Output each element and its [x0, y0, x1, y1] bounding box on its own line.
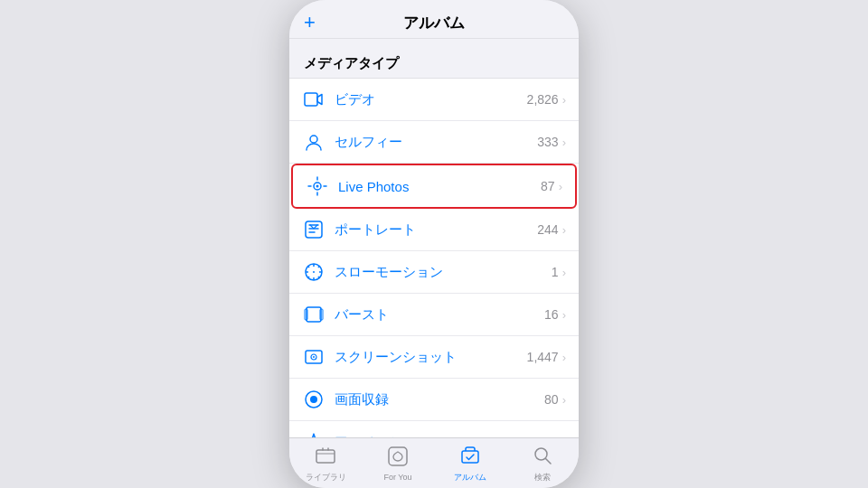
portrait-label: ポートレート — [335, 221, 537, 239]
svg-rect-32 — [389, 447, 407, 465]
slow-motion-chevron: › — [562, 266, 566, 279]
list-item-selfie[interactable]: セルフィー 333 › — [289, 121, 579, 164]
tab-search[interactable]: 検索 — [506, 446, 579, 483]
svg-rect-31 — [316, 450, 335, 463]
svg-rect-0 — [305, 93, 317, 106]
svg-rect-19 — [307, 307, 321, 322]
screen-record-count: 80 — [544, 392, 559, 407]
svg-point-1 — [310, 136, 317, 143]
screen-record-icon — [302, 388, 326, 411]
selfie-label: セルフィー — [335, 134, 537, 151]
live-photos-chevron: › — [559, 180, 562, 193]
add-button[interactable]: + — [304, 11, 331, 34]
video-icon — [302, 88, 326, 111]
for-you-tab-icon — [388, 446, 408, 471]
live-photo-icon — [306, 174, 329, 198]
portrait-chevron: › — [562, 223, 566, 237]
screenshot-chevron: › — [562, 351, 566, 364]
burst-chevron: › — [562, 308, 566, 322]
screenshot-icon — [302, 345, 326, 369]
live-photos-count: 87 — [541, 179, 555, 193]
animation-label: アニメーション — [335, 434, 552, 438]
section-media-type-header: メディアタイプ — [289, 39, 579, 78]
svg-point-3 — [316, 185, 319, 188]
screenshot-count: 1,447 — [527, 350, 559, 364]
library-tab-label: ライブラリ — [306, 472, 346, 483]
tab-albums[interactable]: アルバム — [434, 446, 506, 483]
library-tab-icon — [316, 446, 335, 470]
video-count: 2,826 — [527, 92, 559, 107]
list-item-slow-motion[interactable]: スローモーション 1 › — [289, 251, 579, 294]
content-area: メディアタイプ ビデオ 2,826 › — [289, 39, 579, 437]
svg-point-10 — [313, 271, 315, 273]
svg-line-35 — [546, 458, 552, 464]
tab-library[interactable]: ライブラリ — [289, 446, 362, 483]
selfie-chevron: › — [562, 136, 566, 149]
search-tab-label: 検索 — [534, 472, 551, 483]
slow-motion-icon — [302, 260, 326, 284]
for-you-tab-label: For You — [383, 473, 411, 482]
slow-motion-count: 1 — [552, 265, 559, 279]
header-title: アルバム — [331, 13, 537, 33]
list-item-live-photos[interactable]: Live Photos 87 › — [291, 164, 577, 209]
burst-label: バースト — [335, 306, 544, 324]
portrait-count: 244 — [537, 222, 558, 237]
animation-count: 1 — [552, 435, 559, 437]
svg-rect-8 — [306, 221, 322, 238]
tab-for-you[interactable]: For You — [362, 446, 434, 482]
phone-frame: + アルバム メディアタイプ ビデオ 2,826 › — [289, 0, 579, 488]
selfie-icon — [302, 130, 326, 154]
video-label: ビデオ — [335, 91, 527, 108]
list-item-portrait[interactable]: ポートレート 244 › — [289, 209, 579, 251]
list-item-video[interactable]: ビデオ 2,826 › — [289, 79, 579, 121]
slow-motion-label: スローモーション — [335, 264, 552, 281]
animation-chevron: › — [562, 436, 566, 438]
svg-point-24 — [313, 356, 315, 358]
list-item-burst[interactable]: バースト 16 › — [289, 294, 579, 336]
selfie-count: 333 — [537, 135, 558, 149]
search-tab-icon — [533, 446, 552, 470]
burst-icon — [302, 303, 326, 326]
list-item-animation[interactable]: アニメーション 1 › — [289, 421, 579, 437]
list-item-screen-record[interactable]: 画面収録 80 › — [289, 379, 579, 421]
animation-icon — [302, 430, 326, 437]
screen-record-chevron: › — [562, 393, 566, 407]
live-photos-label: Live Photos — [338, 179, 541, 194]
portrait-icon — [302, 218, 326, 241]
albums-tab-icon — [460, 446, 480, 470]
albums-tab-label: アルバム — [454, 472, 486, 483]
video-chevron: › — [562, 93, 566, 107]
screen-record-label: 画面収録 — [335, 391, 544, 408]
burst-count: 16 — [544, 307, 559, 322]
svg-point-26 — [310, 396, 317, 403]
screenshot-label: スクリーンショット — [335, 349, 527, 366]
media-type-list: ビデオ 2,826 › セルフィー 333 › — [289, 78, 579, 437]
tab-bar: ライブラリ For You アルバム — [289, 437, 579, 488]
header: + アルバム — [289, 0, 579, 39]
list-item-screenshot[interactable]: スクリーンショット 1,447 › — [289, 336, 579, 379]
svg-rect-33 — [462, 451, 478, 463]
